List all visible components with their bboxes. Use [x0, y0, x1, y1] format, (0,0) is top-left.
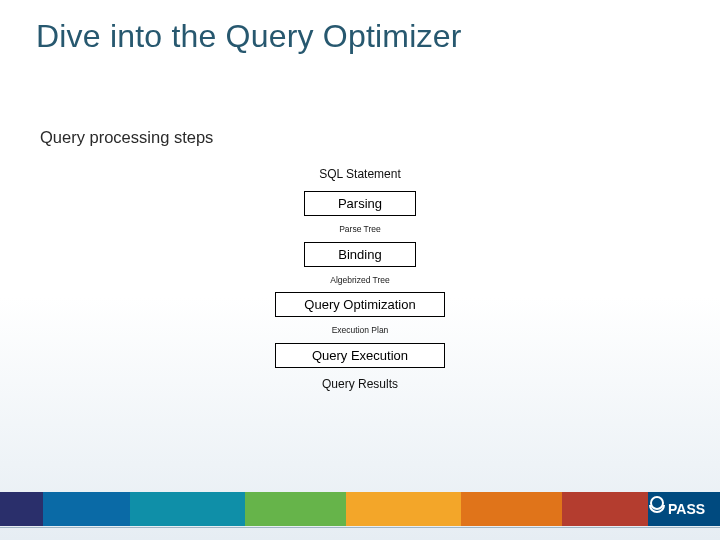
- stripe-segment: [461, 492, 562, 526]
- stripe-segment: [245, 492, 346, 526]
- logo-text: PASS: [668, 501, 705, 517]
- stripe-segment: [0, 492, 43, 526]
- diagram-edge-label: Algebrized Tree: [330, 276, 390, 285]
- slide: Dive into the Query Optimizer Query proc…: [0, 0, 720, 540]
- slide-title: Dive into the Query Optimizer: [36, 18, 462, 55]
- footer-rule: [0, 527, 720, 528]
- stripe-segment: [130, 492, 245, 526]
- diagram-edge-label: Execution Plan: [332, 326, 389, 335]
- stripe-segment: [43, 492, 129, 526]
- diagram-box-query-execution: Query Execution: [275, 343, 445, 368]
- diagram-end-label: Query Results: [322, 378, 398, 391]
- diagram-start-label: SQL Statement: [319, 168, 401, 181]
- slide-subtitle: Query processing steps: [40, 128, 213, 147]
- svg-point-0: [651, 497, 663, 509]
- diagram-box-binding: Binding: [304, 242, 416, 267]
- pass-logo-icon: PASS: [646, 492, 708, 530]
- diagram-box-parsing: Parsing: [304, 191, 416, 216]
- stripe-segment: [346, 492, 461, 526]
- diagram-edge-label: Parse Tree: [339, 225, 381, 234]
- diagram-box-query-optimization: Query Optimization: [275, 292, 445, 317]
- flow-diagram: SQL Statement Parsing Parse Tree Binding…: [248, 168, 472, 391]
- footer-stripe: [0, 492, 720, 526]
- stripe-segment: [562, 492, 648, 526]
